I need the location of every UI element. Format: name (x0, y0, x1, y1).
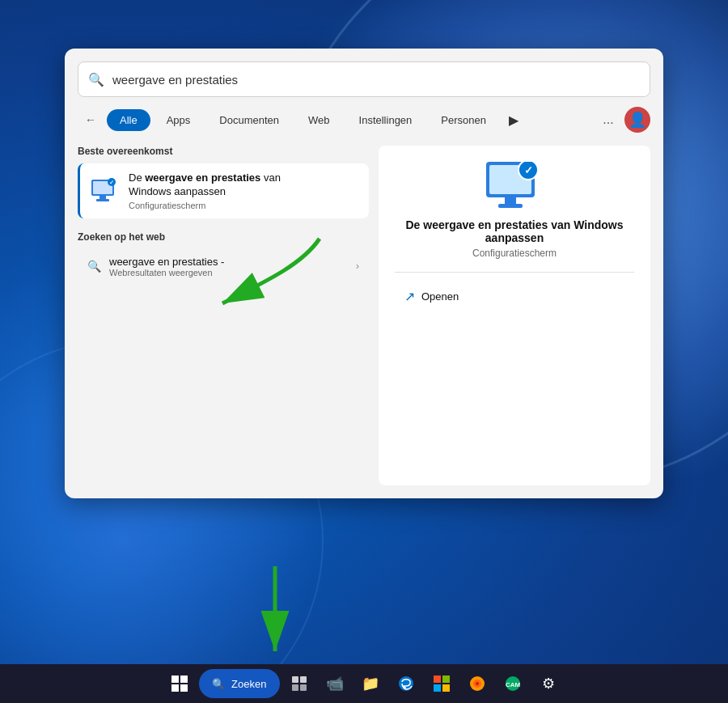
edge-icon (398, 675, 414, 692)
search-input[interactable] (112, 73, 640, 87)
monitor-settings-icon: ✓ (90, 176, 119, 205)
taskbar-search-icon: 🔍 (212, 678, 225, 690)
taskbar-taskview-button[interactable] (283, 667, 315, 700)
results-right-panel: ✓ De weergave en prestaties van Windows … (379, 146, 650, 485)
preview-subtitle: Configuratiescherm (472, 248, 557, 259)
preview-action-label: Openen (421, 290, 459, 303)
web-section-label: Zoeken op het web (78, 231, 369, 243)
svg-rect-18 (292, 676, 298, 683)
taskbar-explorer-button[interactable]: 📁 (354, 667, 387, 700)
result-text: De weergave en prestaties vanWindows aan… (129, 172, 359, 210)
svg-point-29 (476, 682, 479, 685)
preview-monitor-icon: ✓ (482, 162, 547, 217)
web-item-text: weergave en prestaties - Webresultaten w… (109, 256, 348, 277)
open-icon: ↗ (404, 289, 415, 304)
preview-title: De weergave en prestaties van Windows aa… (395, 218, 634, 244)
web-search-icon: 🔍 (87, 260, 101, 273)
firefox-icon (469, 675, 485, 692)
svg-text:✓: ✓ (524, 164, 533, 176)
result-title: De weergave en prestaties vanWindows aan… (129, 172, 359, 199)
best-match-result[interactable]: ✓ De weergave en prestaties vanWindows a… (78, 163, 369, 218)
svg-rect-3 (96, 199, 109, 201)
svg-rect-14 (171, 675, 179, 683)
tab-apps[interactable]: Apps (154, 109, 204, 131)
tab-alle[interactable]: Alle (107, 109, 150, 131)
svg-rect-15 (180, 675, 188, 683)
filter-tabs: ← Alle Apps Documenten Web Instellingen … (78, 107, 650, 133)
search-box-container: 🔍 (78, 61, 650, 97)
result-subtitle: Configuratiescherm (129, 201, 359, 210)
svg-rect-19 (300, 676, 307, 683)
taskbar-start-button[interactable] (163, 667, 196, 700)
tab-more-button[interactable]: ▶ (502, 108, 525, 131)
svg-rect-26 (442, 684, 450, 692)
svg-rect-8 (505, 197, 516, 204)
web-results-section: Zoeken op het web 🔍 weergave en prestati… (78, 231, 369, 284)
svg-rect-25 (434, 684, 441, 692)
tab-personen[interactable]: Personen (428, 109, 499, 131)
svg-rect-21 (300, 684, 307, 691)
web-result-item[interactable]: 🔍 weergave en prestaties - Webresultaten… (78, 249, 369, 284)
store-icon (434, 675, 450, 692)
settings-icon: ⚙ (542, 675, 555, 692)
svg-rect-2 (99, 196, 106, 199)
search-icon: 🔍 (88, 72, 104, 87)
search-panel: 🔍 ← Alle Apps Documenten Web Instellinge… (65, 49, 663, 498)
taskbar-cam-button[interactable]: CAM (497, 667, 529, 700)
teams-icon: 📹 (326, 675, 344, 692)
user-avatar[interactable]: 👤 (624, 107, 650, 133)
chevron-right-icon: › (356, 260, 359, 272)
taskbar-store-button[interactable] (425, 667, 458, 700)
taskbar-search-button[interactable]: 🔍 Zoeken (199, 669, 280, 698)
svg-text:✓: ✓ (109, 180, 114, 185)
tab-instellingen[interactable]: Instellingen (346, 109, 425, 131)
back-button[interactable]: ← (78, 107, 104, 133)
results-left-panel: Beste overeenkomst ✓ De w (78, 146, 369, 485)
web-item-subtitle: Webresultaten weergeven (109, 268, 348, 277)
best-match-label: Beste overeenkomst (78, 146, 369, 157)
taskbar-settings-button[interactable]: ⚙ (532, 667, 565, 700)
tab-options-button[interactable]: ... (595, 107, 621, 133)
tab-web[interactable]: Web (295, 109, 343, 131)
explorer-icon: 📁 (362, 675, 379, 692)
result-icon: ✓ (90, 176, 119, 205)
preview-divider (395, 272, 634, 273)
svg-rect-17 (180, 684, 188, 692)
svg-rect-9 (498, 204, 523, 208)
svg-rect-24 (442, 675, 450, 683)
svg-rect-20 (292, 684, 298, 691)
taskview-icon (291, 675, 307, 692)
taskbar-teams-button[interactable]: 📹 (319, 667, 351, 700)
svg-rect-23 (434, 675, 441, 683)
web-item-title: weergave en prestaties - (109, 256, 348, 268)
taskbar-firefox-button[interactable] (461, 667, 493, 700)
avatar-icon: 👤 (629, 111, 646, 129)
taskbar-search-label: Zoeken (231, 678, 266, 690)
cam-icon: CAM (505, 675, 521, 692)
taskbar: 🔍 Zoeken 📹 📁 (0, 664, 728, 703)
taskbar-edge-button[interactable] (390, 667, 422, 700)
windows-logo-icon (171, 675, 188, 692)
svg-rect-16 (171, 684, 179, 692)
tab-documenten[interactable]: Documenten (206, 109, 292, 131)
search-content: Beste overeenkomst ✓ De w (78, 146, 650, 485)
svg-text:CAM: CAM (506, 681, 521, 688)
preview-icon-wrapper: ✓ (482, 162, 547, 218)
preview-open-action[interactable]: ↗ Openen (395, 282, 634, 311)
